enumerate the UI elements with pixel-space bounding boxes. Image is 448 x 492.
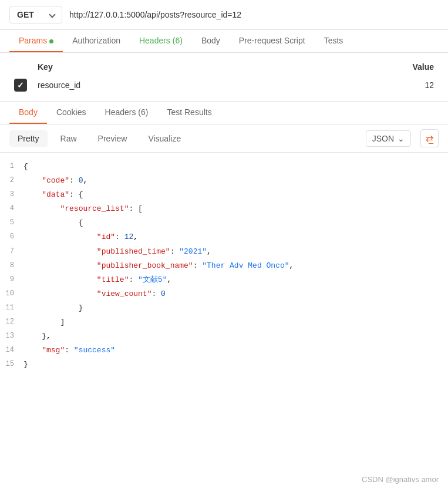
line-content: "title": "文献5",: [23, 274, 448, 287]
json-line: 1{: [0, 160, 448, 174]
line-content: }: [23, 302, 448, 315]
line-number: 9: [0, 274, 23, 285]
json-format-chevron: ⌄: [398, 134, 405, 143]
json-line: 15}: [0, 358, 448, 372]
params-table: Key Value ✓ resource_id 12: [9, 59, 439, 95]
method-selector[interactable]: GET: [9, 6, 62, 23]
json-line: 6 "id": 12,: [0, 230, 448, 244]
tab-authorization[interactable]: Authorization: [63, 30, 130, 52]
url-input[interactable]: [62, 6, 439, 23]
json-line: 13 },: [0, 329, 448, 343]
line-content: "data": {: [23, 188, 448, 201]
line-number: 5: [0, 217, 23, 228]
table-row: ✓ resource_id 12: [9, 75, 439, 95]
json-viewer: 1{2 "code": 0,3 "data": {4 "resource_lis…: [0, 153, 448, 379]
tab-body[interactable]: Body: [192, 30, 230, 52]
tab-headers[interactable]: Headers (6): [130, 30, 192, 52]
tab-prerequest[interactable]: Pre-request Script: [230, 30, 315, 52]
json-line: 10 "view_count": 0: [0, 287, 448, 301]
wrap-icon: ⇄​̲: [426, 133, 433, 144]
line-number: 2: [0, 174, 23, 186]
json-line: 9 "title": "文献5",: [0, 273, 448, 287]
line-content: {: [23, 160, 448, 173]
format-preview-btn[interactable]: Preview: [90, 130, 136, 147]
json-format-selector[interactable]: JSON ⌄: [366, 130, 411, 147]
line-content: }: [23, 358, 448, 371]
line-number: 3: [0, 188, 23, 200]
line-number: 10: [0, 288, 23, 299]
json-line: 11 }: [0, 301, 448, 315]
row-checkbox-cell[interactable]: ✓: [9, 75, 33, 95]
line-number: 7: [0, 245, 23, 257]
line-content: "view_count": 0: [23, 288, 448, 301]
method-dropdown-icon: [49, 11, 55, 18]
line-content: "published_time": "2021",: [23, 245, 448, 258]
line-content: },: [23, 330, 448, 343]
tab-response-headers[interactable]: Headers (6): [96, 102, 158, 124]
line-number: 6: [0, 231, 23, 242]
json-format-label: JSON: [372, 134, 394, 143]
line-number: 13: [0, 330, 23, 342]
tab-response-body[interactable]: Body: [9, 102, 47, 124]
wrap-button[interactable]: ⇄​̲: [420, 129, 439, 147]
json-line: 14 "msg": "success": [0, 343, 448, 358]
tab-response-cookies[interactable]: Cookies: [47, 102, 96, 124]
row-value: 12: [288, 75, 439, 95]
line-number: 12: [0, 316, 23, 328]
url-bar: GET: [0, 0, 448, 30]
json-line: 2 "code": 0,: [0, 174, 448, 188]
top-tabs-row: Params Authorization Headers (6) Body Pr…: [0, 30, 448, 53]
checkbox-checked[interactable]: ✓: [14, 79, 27, 92]
params-dot: [49, 39, 53, 43]
line-number: 11: [0, 302, 23, 314]
tab-response-testresults[interactable]: Test Results: [157, 102, 221, 124]
json-line: 7 "published_time": "2021",: [0, 245, 448, 259]
line-content: "publisher_book_name": "Ther Adv Med Onc…: [23, 260, 448, 272]
line-content: ]: [23, 316, 448, 329]
json-line: 5 {: [0, 216, 448, 230]
line-number: 8: [0, 260, 23, 271]
line-number: 4: [0, 203, 23, 214]
format-visualize-btn[interactable]: Visualize: [140, 130, 189, 147]
th-value: Value: [288, 59, 439, 75]
th-checkbox: [9, 59, 33, 75]
line-number: 14: [0, 344, 23, 356]
line-number: 15: [0, 358, 23, 370]
format-bar: Pretty Raw Preview Visualize JSON ⌄ ⇄​̲: [0, 124, 448, 153]
tab-params[interactable]: Params: [9, 30, 63, 52]
format-pretty-btn[interactable]: Pretty: [9, 130, 48, 147]
line-number: 1: [0, 160, 23, 172]
line-content: "id": 12,: [23, 231, 448, 244]
row-key: resource_id: [33, 75, 288, 95]
json-line: 4 "resource_list": [: [0, 202, 448, 216]
line-content: "resource_list": [: [23, 203, 448, 215]
line-content: {: [23, 217, 448, 230]
json-line: 12 ]: [0, 315, 448, 329]
line-content: "msg": "success": [23, 344, 448, 357]
th-key: Key: [33, 59, 288, 75]
response-tabs-row: Body Cookies Headers (6) Test Results: [0, 102, 448, 124]
line-content: "code": 0,: [23, 174, 448, 187]
watermark: CSDN @ignativs amor: [362, 475, 439, 484]
tab-tests[interactable]: Tests: [315, 30, 353, 52]
params-section: Key Value ✓ resource_id 12: [0, 53, 448, 102]
method-label: GET: [17, 10, 34, 19]
json-line: 8 "publisher_book_name": "Ther Adv Med O…: [0, 259, 448, 273]
json-line: 3 "data": {: [0, 188, 448, 202]
format-raw-btn[interactable]: Raw: [52, 130, 85, 147]
